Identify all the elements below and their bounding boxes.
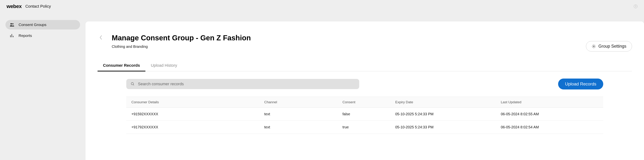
tab-consumer-records[interactable]: Consumer Records bbox=[98, 63, 146, 71]
cell-consumer: +91792XXXXXX bbox=[132, 125, 264, 129]
col-header-consumer: Consumer Details bbox=[132, 100, 264, 104]
chevron-left-icon bbox=[99, 35, 102, 40]
search-input[interactable] bbox=[138, 82, 355, 86]
svg-point-0 bbox=[10, 23, 12, 24]
svg-point-1 bbox=[12, 23, 14, 24]
help-icon[interactable]: ? bbox=[634, 4, 638, 8]
svg-line-7 bbox=[133, 85, 134, 85]
table: Consumer Details Channel Consent Expiry … bbox=[98, 97, 632, 134]
cell-channel: text bbox=[264, 112, 342, 116]
gear-icon bbox=[592, 44, 596, 48]
sidebar-item-label: Reports bbox=[18, 33, 32, 38]
group-settings-label: Group Settings bbox=[598, 44, 626, 49]
main-area: Consent Groups Reports Manage Consent Gr… bbox=[0, 13, 644, 160]
app-header: webex Contact Policy ? bbox=[0, 0, 644, 13]
toolbar-row: Upload Records bbox=[98, 79, 632, 89]
cell-updated: 06-05-2024 8:02:54 AM bbox=[501, 125, 598, 129]
page-title-block: Manage Consent Group - Gen Z Fashion Clo… bbox=[112, 34, 586, 49]
sidebar-item-label: Consent Groups bbox=[18, 22, 46, 27]
content-card: Manage Consent Group - Gen Z Fashion Clo… bbox=[86, 21, 644, 160]
cell-consumer: +91592XXXXXX bbox=[132, 112, 264, 116]
page-header-row: Manage Consent Group - Gen Z Fashion Clo… bbox=[98, 34, 632, 51]
svg-point-5 bbox=[593, 46, 594, 47]
tabs: Consumer Records Upload History bbox=[98, 63, 632, 71]
cell-expiry: 05-10-2025 5:24:33 PM bbox=[395, 112, 501, 116]
col-header-updated: Last Updated bbox=[501, 100, 598, 104]
people-icon bbox=[10, 22, 14, 27]
table-header: Consumer Details Channel Consent Expiry … bbox=[126, 97, 603, 108]
webex-logo: webex bbox=[6, 3, 22, 9]
col-header-channel: Channel bbox=[264, 100, 342, 104]
sidebar: Consent Groups Reports bbox=[0, 13, 86, 160]
tab-upload-history[interactable]: Upload History bbox=[146, 63, 182, 71]
sidebar-item-reports[interactable]: Reports bbox=[6, 31, 80, 40]
group-settings-button[interactable]: Group Settings bbox=[586, 41, 632, 51]
back-button[interactable] bbox=[98, 34, 104, 41]
search-box[interactable] bbox=[126, 79, 359, 89]
app-subtitle: Contact Policy bbox=[25, 4, 51, 9]
svg-point-6 bbox=[131, 83, 134, 85]
logo-suffix: ex bbox=[16, 3, 22, 9]
tab-label: Upload History bbox=[151, 63, 177, 68]
cell-consent: false bbox=[342, 112, 395, 116]
cell-consent: true bbox=[342, 125, 395, 129]
bar-chart-icon bbox=[10, 33, 14, 38]
page-subtitle: Clothing and Branding bbox=[112, 44, 586, 49]
tab-label: Consumer Records bbox=[103, 63, 140, 68]
sidebar-item-consent-groups[interactable]: Consent Groups bbox=[6, 20, 80, 29]
upload-records-button[interactable]: Upload Records bbox=[558, 79, 603, 89]
logo-prefix: web bbox=[6, 3, 16, 9]
cell-expiry: 05-10-2025 5:24:33 PM bbox=[395, 125, 501, 129]
col-header-expiry: Expiry Date bbox=[395, 100, 501, 104]
search-icon bbox=[131, 82, 135, 86]
cell-updated: 06-05-2024 8:02:55 AM bbox=[501, 112, 598, 116]
col-header-consent: Consent bbox=[342, 100, 395, 104]
cell-channel: text bbox=[264, 125, 342, 129]
table-row[interactable]: +91792XXXXXX text true 05-10-2025 5:24:3… bbox=[126, 121, 603, 134]
table-row[interactable]: +91592XXXXXX text false 05-10-2025 5:24:… bbox=[126, 108, 603, 121]
page-title: Manage Consent Group - Gen Z Fashion bbox=[112, 34, 586, 42]
